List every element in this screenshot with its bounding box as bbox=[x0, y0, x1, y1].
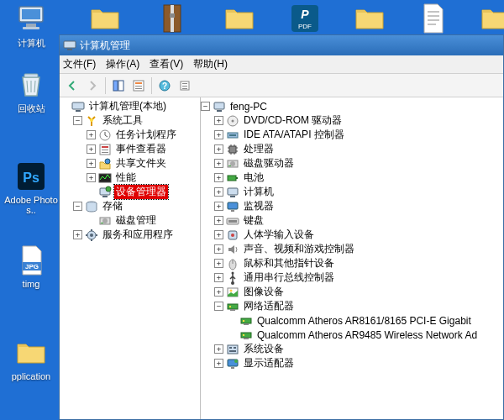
mmc-window: 计算机管理 文件(F) 操作(A) 查看(V) 帮助(H) ? 计算机管理(本地… bbox=[59, 34, 504, 420]
node-audio[interactable]: +声音、视频和游戏控制器 bbox=[201, 242, 503, 256]
desktop-icon-f4[interactable] bbox=[466, 2, 504, 37]
node-monitors[interactable]: +监视器 bbox=[201, 199, 503, 213]
svg-rect-20 bbox=[135, 82, 142, 84]
node-performance[interactable]: +性能 bbox=[60, 171, 200, 185]
node-mouse[interactable]: +鼠标和其他指针设备 bbox=[201, 256, 503, 270]
expand-toggle[interactable]: + bbox=[214, 244, 223, 254]
svg-rect-65 bbox=[228, 220, 237, 223]
expand-toggle[interactable]: + bbox=[214, 287, 223, 297]
expand-toggle[interactable]: + bbox=[214, 230, 223, 239]
node-mgmt-root[interactable]: 计算机管理(本地) bbox=[60, 99, 200, 113]
svg-point-31 bbox=[90, 118, 93, 122]
right-pane[interactable]: −feng-PC+DVD/CD-ROM 驱动器+IDE ATA/ATAPI 控制… bbox=[201, 97, 503, 419]
show-hide-button[interactable] bbox=[109, 76, 128, 95]
folder-icon bbox=[14, 336, 48, 370]
menu-file[interactable]: 文件(F) bbox=[63, 57, 96, 71]
help-button[interactable]: ? bbox=[155, 76, 174, 95]
desktop-icon-timg[interactable]: JPGtimg bbox=[2, 244, 60, 289]
expand-toggle[interactable]: + bbox=[214, 187, 223, 197]
expand-toggle[interactable]: + bbox=[87, 144, 96, 154]
node-system-tools[interactable]: −系统工具 bbox=[60, 113, 200, 128]
desktop-icon-f2[interactable] bbox=[210, 2, 269, 37]
expand-toggle[interactable]: + bbox=[214, 173, 223, 182]
node-disk-drives[interactable]: +磁盘驱动器 bbox=[201, 156, 503, 171]
tree-node-label: feng-PC bbox=[228, 101, 269, 113]
expand-toggle[interactable]: + bbox=[214, 344, 223, 354]
node-cpu[interactable]: +处理器 bbox=[201, 142, 503, 156]
node-display-adapters[interactable]: +显示适配器 bbox=[201, 356, 503, 370]
desktop-icon-application[interactable]: pplication bbox=[2, 336, 60, 381]
expand-toggle[interactable]: + bbox=[73, 230, 82, 239]
node-net-ar8161[interactable]: Qualcomm Atheros AR8161/8165 PCI-E Gigab… bbox=[201, 313, 503, 328]
left-pane[interactable]: 计算机管理(本地)−系统工具+任务计划程序+事件查看器+共享文件夹+性能设备管理… bbox=[60, 97, 201, 419]
action-button[interactable] bbox=[176, 76, 194, 95]
node-dvd[interactable]: +DVD/CD-ROM 驱动器 bbox=[201, 113, 503, 128]
node-network-adapters[interactable]: −网络适配器 bbox=[201, 299, 503, 313]
expand-toggle[interactable]: + bbox=[87, 159, 96, 168]
node-shared-folders[interactable]: +共享文件夹 bbox=[60, 156, 200, 171]
tree-node-label: 性能 bbox=[114, 171, 138, 185]
node-storage[interactable]: −存储 bbox=[60, 199, 200, 213]
svg-rect-40 bbox=[102, 196, 108, 197]
expand-toggle[interactable]: + bbox=[87, 130, 96, 139]
expand-toggle[interactable]: − bbox=[201, 102, 210, 111]
svg-rect-15 bbox=[64, 41, 76, 48]
expand-toggle[interactable]: − bbox=[73, 202, 82, 211]
node-pc-root[interactable]: −feng-PC bbox=[201, 99, 503, 113]
svg-rect-17 bbox=[113, 81, 118, 91]
ps-icon: Ps bbox=[14, 160, 48, 193]
node-net-ar9485[interactable]: Qualcomm Atheros AR9485 Wireless Network… bbox=[201, 328, 503, 342]
svg-rect-83 bbox=[229, 347, 232, 349]
node-services-apps[interactable]: +服务和应用程序 bbox=[60, 228, 200, 242]
node-system-devices[interactable]: +系统设备 bbox=[201, 342, 503, 356]
expand-toggle[interactable]: − bbox=[73, 116, 82, 125]
img-icon bbox=[226, 286, 239, 299]
desktop-icon-ps[interactable]: PsAdobe Photos.. bbox=[2, 160, 60, 215]
desktop-icon-txt[interactable] bbox=[403, 2, 462, 37]
desktop-icon-f1[interactable] bbox=[76, 2, 134, 37]
expand-toggle[interactable]: + bbox=[214, 144, 223, 154]
desktop-icon-computer[interactable]: 计算机 bbox=[2, 2, 60, 50]
node-battery[interactable]: +电池 bbox=[201, 171, 503, 185]
node-device-manager[interactable]: 设备管理器 bbox=[60, 185, 200, 199]
svg-rect-21 bbox=[135, 86, 142, 87]
expand-toggle[interactable]: + bbox=[214, 202, 223, 211]
node-task-scheduler[interactable]: +任务计划程序 bbox=[60, 128, 200, 142]
desktop-icon-label: timg bbox=[2, 279, 60, 289]
svg-point-70 bbox=[231, 281, 234, 285]
node-imaging[interactable]: +图像设备 bbox=[201, 285, 503, 299]
expand-toggle[interactable]: + bbox=[214, 259, 223, 268]
expand-toggle[interactable]: + bbox=[87, 173, 96, 182]
node-computer[interactable]: +计算机 bbox=[201, 185, 503, 199]
node-hid[interactable]: +人体学输入设备 bbox=[201, 228, 503, 242]
expand-toggle[interactable]: + bbox=[214, 216, 223, 225]
menu-action[interactable]: 操作(A) bbox=[106, 57, 139, 71]
menu-help[interactable]: 帮助(H) bbox=[193, 57, 228, 71]
back-button[interactable] bbox=[63, 76, 81, 95]
expand-toggle[interactable]: + bbox=[214, 116, 223, 125]
properties-button[interactable] bbox=[129, 76, 148, 95]
window-title: 计算机管理 bbox=[80, 39, 130, 53]
titlebar[interactable]: 计算机管理 bbox=[60, 35, 503, 55]
expand-toggle[interactable]: + bbox=[214, 273, 223, 282]
svg-rect-73 bbox=[228, 304, 238, 309]
desktop-icon-f3[interactable] bbox=[340, 2, 399, 37]
node-ide[interactable]: +IDE ATA/ATAPI 控制器 bbox=[201, 128, 503, 142]
dev-icon bbox=[98, 186, 112, 199]
expand-toggle[interactable]: + bbox=[214, 159, 223, 168]
desktop-icon-recycle[interactable]: 回收站 bbox=[2, 67, 60, 115]
desktop-icon-rar[interactable] bbox=[143, 2, 202, 37]
svg-rect-11 bbox=[170, 13, 175, 18]
node-usb[interactable]: +通用串行总线控制器 bbox=[201, 270, 503, 285]
node-keyboards[interactable]: +键盘 bbox=[201, 213, 503, 228]
forward-button[interactable] bbox=[83, 76, 102, 95]
node-disk-management[interactable]: 磁盘管理 bbox=[60, 213, 200, 228]
desktop-icon-pdf[interactable]: PPDF bbox=[276, 2, 334, 37]
jpg-icon: JPG bbox=[14, 244, 48, 277]
node-event-viewer[interactable]: +事件查看器 bbox=[60, 142, 200, 156]
expand-toggle[interactable]: + bbox=[214, 359, 223, 368]
svg-rect-74 bbox=[230, 309, 235, 311]
expand-toggle[interactable]: + bbox=[214, 130, 223, 139]
menu-view[interactable]: 查看(V) bbox=[150, 57, 183, 71]
expand-toggle[interactable]: − bbox=[214, 302, 223, 311]
